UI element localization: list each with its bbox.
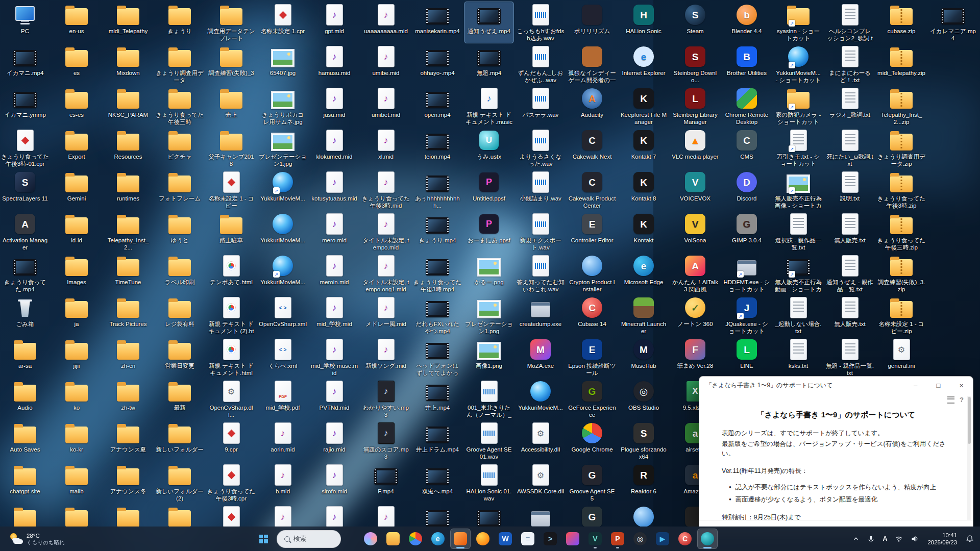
taskbar-notepad[interactable]: ≡	[518, 529, 538, 549]
desktop-icon[interactable]: きょうり食ってた午後3時.mp4	[413, 253, 462, 294]
desktop-icon[interactable]: 新規 テキスト ドキュメント (2).html	[207, 295, 256, 336]
desktop-icon[interactable]: runtimes	[104, 169, 153, 210]
start-button[interactable]	[253, 529, 274, 549]
desktop-icon[interactable]: YukkuriMovieM...	[516, 379, 565, 419]
desktop-icon[interactable]: 双兎へ.mp4	[413, 462, 462, 503]
desktop-icon[interactable]: mid_学校.pdf	[258, 379, 307, 419]
desktop-icon[interactable]: 9.cpr	[207, 420, 256, 461]
desktop-icon[interactable]: CCubase 14	[568, 295, 617, 336]
minimize-button[interactable]: –	[904, 377, 927, 394]
desktop-icon[interactable]: Chrome Remote Desktop	[722, 86, 771, 127]
desktop-icon[interactable]: TimeTune	[104, 253, 153, 294]
desktop-icon[interactable]: Google Chrome	[568, 420, 617, 461]
taskbar-powerpoint[interactable]: P	[607, 529, 628, 549]
desktop-icon[interactable]: Gemini	[52, 169, 101, 210]
desktop-icon[interactable]: ar-sa	[1, 337, 50, 378]
desktop-icon[interactable]: umibet.mid	[361, 86, 410, 127]
desktop-icon[interactable]: 死にたい_ω歌詞.txt	[825, 128, 874, 168]
desktop-icon[interactable]: 通知うぜえ.mp4	[464, 2, 513, 43]
desktop-icon[interactable]: BBrother Utilities	[722, 44, 771, 85]
desktop-icon[interactable]: LLINE	[722, 337, 771, 378]
desktop-icon[interactable]: en-us	[52, 2, 101, 43]
desktop-icon[interactable]: 65407.jpg	[258, 44, 307, 85]
desktop-icon[interactable]: 井上.mp4	[413, 379, 462, 419]
desktop-icon[interactable]: 最新	[155, 379, 204, 419]
desktop-icon[interactable]: PC	[1, 2, 50, 43]
desktop-icon[interactable]: SSteinberg Downlo...	[671, 44, 720, 85]
desktop-icon[interactable]: CCakewalk Product Center	[568, 169, 617, 210]
desktop-icon[interactable]: タイトル未設定, tempo.ong1.mid	[361, 253, 410, 294]
desktop-icon[interactable]: open.mp4	[413, 86, 462, 127]
desktop-icon[interactable]: id-id	[52, 211, 101, 252]
ime-indicator[interactable]: A	[879, 529, 890, 549]
desktop-icon[interactable]: AActivation Manager	[1, 211, 50, 252]
desktop-icon[interactable]: bBlender 4.4	[722, 2, 771, 43]
desktop-icon[interactable]: GGIMP 3.0.4	[722, 211, 771, 252]
desktop-icon[interactable]: こっちもhすおfdsb込あ.wav	[516, 2, 565, 43]
desktop-icon[interactable]: Export	[52, 128, 101, 168]
desktop-icon[interactable]: きょうり食ってた午後3時.cpr	[207, 462, 256, 503]
desktop-icon[interactable]: KKeepforest File Manager	[619, 86, 668, 127]
desktop-icon[interactable]: Audio	[1, 379, 50, 419]
desktop-icon[interactable]: ピクチャ	[155, 128, 204, 168]
desktop-icon[interactable]: 新しいフォルダー	[155, 420, 204, 461]
desktop-icon[interactable]: EController Editor	[568, 211, 617, 252]
desktop-icon[interactable]: ヘルシコンプレッション2_歌詞.txt	[825, 2, 874, 43]
desktop-icon[interactable]: レジ袋有料	[155, 295, 204, 336]
desktop-icon[interactable]: きょうり.mp4	[413, 211, 462, 252]
desktop-icon[interactable]: アナウンス夏	[104, 420, 153, 461]
desktop-icon[interactable]: 路上駐車	[207, 211, 256, 252]
desktop-icon[interactable]: sirofo.mid	[310, 462, 359, 503]
desktop-icon[interactable]: malib	[52, 462, 101, 503]
taskbar-terminal[interactable]: >	[540, 529, 560, 549]
desktop-icon[interactable]: HALion Sonic 01.wav	[464, 462, 513, 503]
desktop-icon[interactable]: 小銭詰まり.wav	[516, 169, 565, 210]
desktop-icon[interactable]: Telepathy_Inst_2...zip	[877, 86, 926, 127]
desktop-icon[interactable]: Groove Agent SE 01.wav	[464, 420, 513, 461]
desktop-icon[interactable]: KKontakt	[619, 211, 668, 252]
desktop-icon[interactable]: eInternet Explorer	[619, 44, 668, 85]
desktop-icon[interactable]: es-es	[52, 86, 101, 127]
desktop-icon[interactable]: MMuseHub	[619, 337, 668, 378]
microphone-icon[interactable]	[864, 529, 878, 549]
desktop-icon[interactable]: 答え知ってたむ知いわこれ.wav	[516, 253, 565, 294]
desktop-icon[interactable]: ずんだもん_しおかぜふ..wav	[516, 44, 565, 85]
desktop-icon[interactable]: 売上	[207, 86, 256, 127]
close-button[interactable]: ×	[950, 377, 973, 394]
desktop-icon[interactable]: KKontakt 8	[619, 169, 668, 210]
desktop-icon[interactable]: ▲VLC media player	[671, 128, 720, 168]
desktop-icon[interactable]: CCMS	[722, 128, 771, 168]
desktop-icon[interactable]: SPlogue sforzando x64	[619, 420, 668, 461]
desktop-icon[interactable]: 無人販売.txt	[825, 295, 874, 336]
desktop-icon[interactable]: OpenCvSharp.dll...	[207, 379, 256, 419]
desktop-icon[interactable]: Aかんたん！AITalk 3 関西風	[671, 253, 720, 294]
desktop-icon[interactable]: LSteinberg Library Manager	[671, 86, 720, 127]
taskbar-word[interactable]: W	[495, 529, 516, 549]
taskbar-firefox[interactable]	[473, 529, 493, 549]
maximize-button[interactable]: □	[927, 377, 950, 394]
desktop-icon[interactable]: ↗syasinn - ショートカット	[774, 2, 823, 43]
desktop-icon[interactable]: ja	[52, 295, 101, 336]
taskbar-blue-arrow-app[interactable]: ▶	[652, 529, 673, 549]
desktop-icon[interactable]: 名称未設定 1.cpr	[258, 2, 307, 43]
desktop-icon[interactable]: タイトル未設定, tempo.mid	[361, 211, 410, 252]
desktop-icon[interactable]: ohhayo-.mp4	[413, 44, 462, 85]
dialog-titlebar[interactable]: 「さよなら手書き 1〜9」のサポートについて – □ ×	[699, 377, 973, 394]
desktop-icon[interactable]: 井上ドラム.mp4	[413, 420, 462, 461]
tray-chevron-up-icon[interactable]	[849, 529, 863, 549]
desktop-icon[interactable]: Auto Saves	[1, 420, 50, 461]
desktop-icon[interactable]: テンポあて.html	[207, 253, 256, 294]
desktop-icon[interactable]: ↗家の防犯カメラ - ショートカット	[774, 86, 823, 127]
desktop-icon[interactable]: F筆まめ Ver.28	[671, 337, 720, 378]
desktop-icon[interactable]: J↗JQuake.exe - ショートカット	[722, 295, 771, 336]
desktop-icon[interactable]: midi_Telepathy	[104, 2, 153, 43]
taskbar-voicevox[interactable]: V	[585, 529, 605, 549]
desktop-icon[interactable]: 調査練習(失敗)_3	[207, 44, 256, 85]
desktop-icon[interactable]: midi_Telepathy.zip	[877, 44, 926, 85]
desktop-icon[interactable]: b.mid	[258, 462, 307, 503]
desktop-icon[interactable]: NKSC_PARAM	[104, 86, 153, 127]
desktop-icon[interactable]: Minecraft Launcher	[619, 295, 668, 336]
desktop-icon[interactable]: Track Pictures	[104, 295, 153, 336]
desktop-icon[interactable]: 新規 テキスト ドキュメント.musicxml	[464, 86, 513, 127]
taskbar-teal-app[interactable]	[697, 529, 718, 549]
